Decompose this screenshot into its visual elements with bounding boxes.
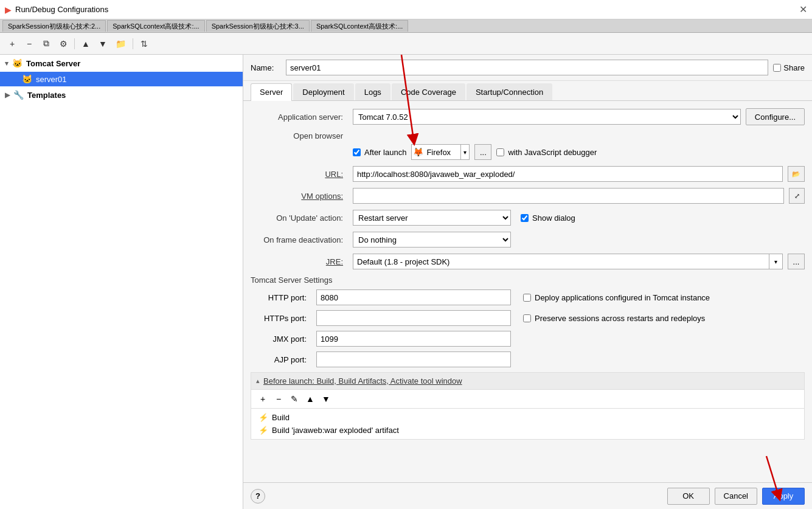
name-input[interactable] bbox=[286, 60, 768, 75]
configurations-toolbar: + − ⧉ ⚙ ▲ ▼ 📁 ⇅ bbox=[0, 33, 812, 55]
show-dialog-row: Show dialog bbox=[521, 213, 575, 223]
before-launch-add-button[interactable]: + bbox=[256, 392, 269, 406]
apply-button[interactable]: Apply bbox=[762, 488, 805, 505]
before-launch-down-button[interactable]: ▼ bbox=[319, 392, 333, 406]
js-debugger-label: with JavaScript debugger bbox=[508, 148, 597, 157]
server01-label: server01 bbox=[36, 75, 67, 84]
before-launch-up-button[interactable]: ▲ bbox=[304, 392, 317, 406]
build-item-label-2: Build 'javaweb:war exploded' artifact bbox=[272, 426, 399, 435]
build-icon-1: ⚡ bbox=[259, 413, 268, 422]
move-up-button[interactable]: ▲ bbox=[78, 36, 93, 51]
vm-options-label: VM options: bbox=[251, 192, 348, 201]
after-launch-checkbox-row: After launch bbox=[353, 148, 406, 157]
tree-tomcat-server[interactable]: ▾ 🐱 Tomcat Server bbox=[0, 55, 243, 72]
https-port-input[interactable] bbox=[316, 310, 511, 326]
jre-dropdown-arrow[interactable]: ▾ bbox=[769, 254, 782, 269]
url-label: URL: bbox=[251, 170, 348, 179]
build-item-1[interactable]: ⚡ Build bbox=[256, 411, 799, 424]
after-launch-label: After launch bbox=[364, 148, 406, 157]
http-port-label: HTTP port: bbox=[251, 293, 311, 302]
tab-code-coverage[interactable]: Code Coverage bbox=[392, 83, 465, 100]
name-label: Name: bbox=[251, 63, 281, 72]
app-server-label: Application server: bbox=[251, 113, 348, 122]
run-debug-icon: ▶ bbox=[5, 5, 12, 15]
before-launch-collapse-icon[interactable]: ▴ bbox=[256, 377, 260, 385]
add-config-button[interactable]: + bbox=[5, 36, 19, 51]
vm-options-row: VM options: ⤢ bbox=[251, 188, 805, 204]
tab-server[interactable]: Server bbox=[251, 83, 292, 101]
tree-server01[interactable]: 🐱 server01 bbox=[0, 72, 243, 86]
title-bar: ▶ Run/Debug Configurations ✕ bbox=[0, 0, 812, 19]
jre-row: JRE: Default (1.8 - project SDK) ▾ ... bbox=[251, 254, 805, 269]
deploy-apps-checkbox[interactable] bbox=[523, 294, 531, 302]
https-port-label: HTTPs port: bbox=[251, 314, 311, 323]
browser-more-button[interactable]: ... bbox=[474, 144, 491, 160]
on-update-select[interactable]: Restart server bbox=[353, 210, 511, 226]
js-debugger-row: with JavaScript debugger bbox=[496, 148, 597, 157]
copy-config-button[interactable]: ⧉ bbox=[39, 36, 54, 51]
tab-logs[interactable]: Logs bbox=[355, 83, 390, 100]
settings-config-button[interactable]: ⚙ bbox=[56, 36, 71, 51]
browser-tab-2[interactable]: SparkSQLcontext高级技术:... bbox=[107, 20, 204, 32]
browser-select[interactable]: 🦊 Firefox ▾ bbox=[411, 144, 470, 160]
browser-tab-1[interactable]: SparkSession初级核心技术:2... bbox=[2, 20, 106, 32]
browser-tab-4[interactable]: SparkSQLcontext高级技术:... bbox=[311, 20, 408, 32]
cancel-button[interactable]: Cancel bbox=[715, 488, 757, 505]
share-checkbox[interactable] bbox=[773, 64, 781, 72]
browser-dropdown-arrow[interactable]: ▾ bbox=[460, 145, 469, 159]
share-label: Share bbox=[783, 63, 805, 72]
jre-more-button[interactable]: ... bbox=[788, 254, 805, 269]
on-frame-row: On frame deactivation: Do nothing bbox=[251, 232, 805, 248]
sort-button[interactable]: ⇅ bbox=[137, 36, 151, 51]
tomcat-server-label: Tomcat Server bbox=[26, 59, 80, 68]
right-panel: Name: Share Server Deployment Logs Code … bbox=[243, 55, 812, 509]
after-launch-checkbox[interactable] bbox=[353, 148, 361, 156]
preserve-sessions-row: Preserve sessions across restarts and re… bbox=[516, 314, 805, 323]
url-browse-button[interactable]: 📂 bbox=[788, 166, 805, 182]
browser-name: Firefox bbox=[424, 148, 460, 157]
browser-tab-3[interactable]: SparkSession初级核心技术:3... bbox=[206, 20, 310, 32]
folder-button[interactable]: 📁 bbox=[113, 36, 129, 51]
before-launch-edit-button[interactable]: ✎ bbox=[288, 392, 301, 406]
jre-select[interactable]: Default (1.8 - project SDK) ▾ bbox=[353, 254, 783, 269]
ajp-port-input[interactable] bbox=[316, 351, 511, 367]
on-frame-select[interactable]: Do nothing bbox=[353, 232, 511, 248]
app-server-select[interactable]: Tomcat 7.0.52 bbox=[353, 109, 741, 125]
ajp-port-label: AJP port: bbox=[251, 355, 311, 364]
main-content: ▾ 🐱 Tomcat Server 🐱 server01 ▶ 🔧 Templat… bbox=[0, 55, 812, 509]
http-port-row: HTTP port: Deploy applications configure… bbox=[251, 289, 805, 305]
firefox-icon: 🦊 bbox=[412, 146, 424, 158]
toolbar-separator-1 bbox=[74, 38, 75, 49]
remove-config-button[interactable]: − bbox=[22, 36, 36, 51]
help-button[interactable]: ? bbox=[251, 489, 265, 504]
before-launch-remove-button[interactable]: − bbox=[272, 392, 285, 406]
window-title: Run/Debug Configurations bbox=[15, 5, 108, 14]
on-frame-label: On frame deactivation: bbox=[251, 235, 348, 244]
vm-options-input[interactable] bbox=[353, 188, 784, 204]
before-launch-title: Before launch: Build, Build Artifacts, A… bbox=[263, 376, 462, 386]
ok-button[interactable]: OK bbox=[667, 488, 710, 505]
close-button[interactable]: ✕ bbox=[799, 5, 807, 15]
vm-expand-button[interactable]: ⤢ bbox=[789, 188, 805, 204]
on-update-row: On 'Update' action: Restart server Show … bbox=[251, 210, 805, 226]
move-down-button[interactable]: ▼ bbox=[95, 36, 110, 51]
templates-label: Templates bbox=[27, 91, 66, 100]
jmx-port-input[interactable] bbox=[316, 331, 511, 347]
open-browser-section: Open browser After launch 🦊 Firefox ▾ ..… bbox=[251, 131, 805, 182]
ajp-port-row: AJP port: bbox=[251, 351, 805, 367]
build-item-2[interactable]: ⚡ Build 'javaweb:war exploded' artifact bbox=[256, 424, 799, 437]
js-debugger-checkbox[interactable] bbox=[496, 148, 504, 156]
url-input[interactable] bbox=[353, 166, 783, 182]
http-port-input[interactable] bbox=[316, 289, 511, 305]
preserve-sessions-checkbox[interactable] bbox=[523, 314, 531, 322]
configure-button[interactable]: Configure... bbox=[746, 108, 805, 125]
show-dialog-checkbox[interactable] bbox=[521, 214, 529, 222]
server-tab-content: Application server: Tomcat 7.0.52 Config… bbox=[243, 101, 812, 482]
tree-templates[interactable]: ▶ 🔧 Templates bbox=[0, 86, 243, 103]
build-items-list: ⚡ Build ⚡ Build 'javaweb:war exploded' a… bbox=[251, 409, 804, 439]
tomcat-settings-section: Tomcat Server Settings HTTP port: Deploy… bbox=[251, 275, 805, 367]
tab-startup-connection[interactable]: Startup/Connection bbox=[467, 83, 552, 100]
deploy-apps-label: Deploy applications configured in Tomcat… bbox=[535, 293, 710, 302]
jmx-port-label: JMX port: bbox=[251, 334, 311, 344]
tab-deployment[interactable]: Deployment bbox=[293, 83, 353, 100]
